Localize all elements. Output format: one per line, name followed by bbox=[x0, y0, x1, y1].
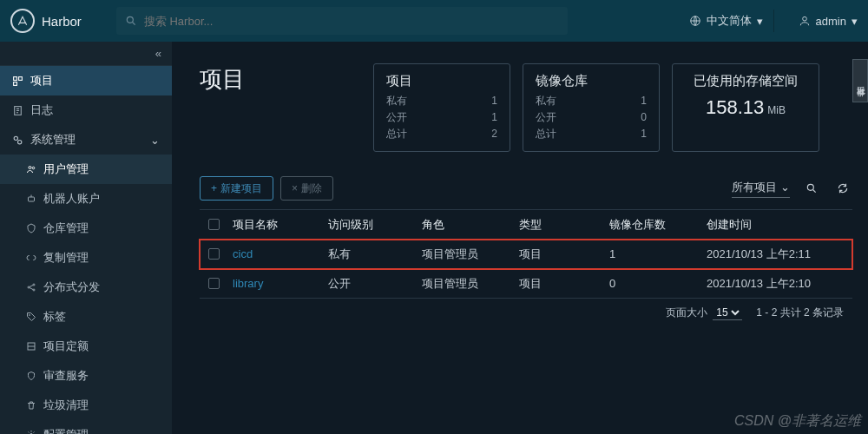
row-checkbox[interactable] bbox=[208, 248, 220, 260]
refresh-button[interactable] bbox=[833, 179, 852, 198]
cell-type: 项目 bbox=[519, 247, 609, 262]
stat-val: 1 bbox=[491, 93, 497, 109]
events-side-tab[interactable]: 近日事件 bbox=[852, 59, 868, 102]
project-filter-dropdown[interactable]: 所有项目 ⌄ bbox=[732, 180, 790, 198]
svg-point-2 bbox=[802, 16, 806, 21]
sidebar-group-system[interactable]: 系统管理 ⌄ bbox=[0, 125, 172, 155]
cell-created: 2021/10/13 上午2:10 bbox=[707, 276, 844, 292]
sidebar-item-label: 用户管理 bbox=[43, 161, 89, 177]
app-name: Harbor bbox=[42, 14, 82, 29]
table-row: library 公开 项目管理员 项目 0 2021/10/13 上午2:10 bbox=[200, 269, 852, 299]
table-row: cicd 私有 项目管理员 项目 1 2021/10/13 上午2:11 bbox=[200, 240, 852, 269]
search-icon bbox=[125, 15, 137, 27]
sidebar-item-labels[interactable]: 标签 bbox=[0, 302, 172, 332]
language-switcher[interactable]: 中文简体 ▾ bbox=[689, 13, 763, 29]
projects-icon bbox=[12, 76, 23, 87]
page-size-select[interactable]: 15 bbox=[713, 306, 742, 320]
cell-type: 项目 bbox=[519, 276, 609, 292]
stat-val: 0 bbox=[641, 109, 647, 126]
sidebar-item-label: 项目 bbox=[30, 73, 53, 89]
cell-repos: 1 bbox=[609, 247, 707, 260]
chevron-down-icon: ▾ bbox=[852, 15, 858, 28]
gear-icon bbox=[26, 430, 36, 434]
cell-created: 2021/10/13 上午2:11 bbox=[707, 247, 844, 262]
stat-key: 公开 bbox=[536, 109, 556, 126]
filter-label: 所有项目 bbox=[732, 180, 777, 195]
sidebar-item-gc[interactable]: 垃圾清理 bbox=[0, 391, 172, 420]
search-input[interactable] bbox=[144, 15, 559, 28]
user-menu[interactable]: admin ▾ bbox=[799, 15, 858, 28]
stat-key: 私有 bbox=[536, 93, 556, 109]
sidebar-item-robots[interactable]: 机器人账户 bbox=[0, 184, 172, 214]
sidebar-group-children: 用户管理 机器人账户 仓库管理 复制管理 分布式分发 标签 bbox=[0, 155, 172, 434]
svg-point-8 bbox=[18, 140, 22, 143]
svg-point-7 bbox=[14, 136, 17, 140]
stat-title: 已使用的存储空间 bbox=[688, 73, 803, 89]
table-header: 项目名称 访问级别 角色 类型 镜像仓库数 创建时间 bbox=[200, 210, 852, 240]
shield-icon bbox=[26, 371, 36, 381]
sidebar-item-label: 垃圾清理 bbox=[43, 398, 89, 413]
stat-title: 镜像仓库 bbox=[536, 73, 647, 89]
svg-rect-4 bbox=[19, 76, 23, 80]
sidebar-item-quota[interactable]: 项目定额 bbox=[0, 332, 172, 361]
sidebar-item-label: 标签 bbox=[43, 309, 66, 325]
toolbar: + 新建项目 × 删除 所有项目 ⌄ bbox=[200, 176, 852, 201]
col-name[interactable]: 项目名称 bbox=[233, 217, 328, 233]
select-all-checkbox[interactable] bbox=[208, 219, 220, 230]
stat-key: 总计 bbox=[536, 126, 556, 142]
sidebar-item-users[interactable]: 用户管理 bbox=[0, 155, 172, 184]
row-checkbox[interactable] bbox=[208, 278, 220, 289]
button-label: 新建项目 bbox=[220, 181, 262, 196]
close-icon: × bbox=[292, 182, 298, 194]
stat-key: 总计 bbox=[386, 126, 407, 142]
sidebar-item-repos[interactable]: 仓库管理 bbox=[0, 214, 172, 243]
watermark: CSDN @非著名运维 bbox=[734, 412, 861, 431]
stat-val: 1 bbox=[641, 93, 647, 109]
svg-point-18 bbox=[807, 184, 813, 190]
sidebar-item-config[interactable]: 配置管理 bbox=[0, 420, 172, 434]
col-created: 创建时间 bbox=[707, 217, 844, 233]
brand: Harbor bbox=[10, 9, 82, 33]
col-repos: 镜像仓库数 bbox=[609, 217, 707, 233]
sidebar-item-distribution[interactable]: 分布式分发 bbox=[0, 273, 172, 302]
language-label: 中文简体 bbox=[707, 13, 752, 29]
svg-point-13 bbox=[33, 284, 35, 286]
robot-icon bbox=[26, 194, 36, 204]
collapse-icon: « bbox=[155, 47, 161, 60]
svg-point-12 bbox=[28, 286, 30, 288]
new-project-button[interactable]: + 新建项目 bbox=[200, 176, 273, 201]
sidebar-item-replication[interactable]: 复制管理 bbox=[0, 243, 172, 273]
page-range-text: 1 - 2 共计 2 条记录 bbox=[756, 306, 844, 320]
sidebar-collapse[interactable]: « bbox=[0, 42, 172, 66]
replication-icon bbox=[26, 253, 36, 263]
sidebar-item-label: 复制管理 bbox=[43, 250, 89, 266]
sidebar-item-audit[interactable]: 审查服务 bbox=[0, 361, 172, 391]
col-access: 访问级别 bbox=[328, 217, 422, 233]
repo-icon bbox=[26, 223, 36, 233]
main-content: 项目 项目 私有1 公开1 总计2 镜像仓库 私有1 公开0 总计1 已使用的存… bbox=[172, 42, 868, 434]
sidebar-item-label: 日志 bbox=[30, 102, 53, 118]
stats-row: 项目 私有1 公开1 总计2 镜像仓库 私有1 公开0 总计1 已使用的存储空间… bbox=[373, 63, 852, 152]
sidebar-item-label: 仓库管理 bbox=[43, 220, 89, 236]
cell-repos: 0 bbox=[609, 277, 707, 290]
project-link[interactable]: library bbox=[233, 277, 328, 290]
sidebar-item-logs[interactable]: 日志 bbox=[0, 95, 172, 125]
stat-val: 1 bbox=[641, 126, 647, 142]
settings-icon bbox=[12, 135, 23, 146]
search-filter-button[interactable] bbox=[802, 179, 821, 198]
sidebar-item-label: 配置管理 bbox=[43, 427, 89, 434]
cell-access: 私有 bbox=[328, 247, 422, 262]
svg-rect-3 bbox=[14, 76, 17, 80]
global-search[interactable] bbox=[116, 7, 568, 35]
sidebar-group-label: 系统管理 bbox=[30, 132, 76, 148]
trash-icon bbox=[26, 400, 36, 411]
svg-point-0 bbox=[127, 16, 133, 23]
svg-point-10 bbox=[32, 167, 35, 169]
button-label: 删除 bbox=[301, 181, 322, 196]
cell-role: 项目管理员 bbox=[422, 247, 519, 262]
project-link[interactable]: cicd bbox=[233, 247, 328, 260]
chevron-down-icon: ⌄ bbox=[780, 181, 790, 194]
sidebar-item-projects[interactable]: 项目 bbox=[0, 66, 172, 95]
svg-rect-5 bbox=[14, 82, 17, 85]
delete-button[interactable]: × 删除 bbox=[280, 176, 333, 201]
